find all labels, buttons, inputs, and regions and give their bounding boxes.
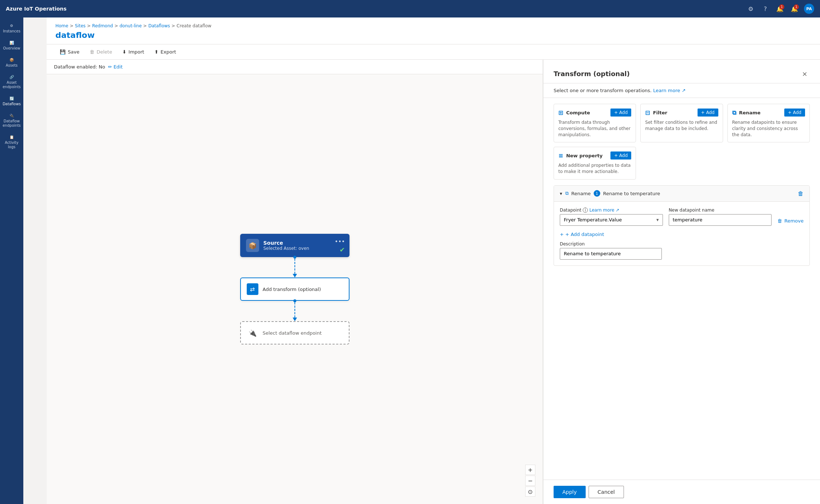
apply-button[interactable]: Apply [554, 486, 586, 498]
sidebar-item-assets[interactable]: 📦 Assets [0, 54, 23, 71]
sidebar-label-asset-endpoints: Asset endpoints [1, 80, 22, 89]
export-button[interactable]: ⬆ Export [150, 47, 180, 56]
dataflows-icon: 🔄 [9, 97, 14, 101]
filter-card-icon: ⊟ [645, 109, 650, 116]
canvas-nodes: 📦 Source Selected Asset: oven ••• ✔ [47, 74, 543, 504]
endpoint-node[interactable]: 🔌 Select dataflow endpoint [240, 321, 350, 344]
breadcrumb-current: Create dataflow [177, 23, 211, 28]
filter-card-label: Filter [653, 110, 667, 115]
overview-icon: 📊 [9, 41, 14, 45]
panel-learn-more-link[interactable]: Learn more ↗ [653, 88, 686, 93]
delete-icon: 🗑 [90, 49, 94, 55]
transform-node-icon: ⇄ [247, 283, 258, 295]
new-name-form-group: New datapoint name [669, 208, 772, 226]
datapoint-learn-more-link[interactable]: Learn more ↗ [589, 208, 619, 213]
compute-card: ⊞ Compute + Add Transform data through c… [554, 104, 636, 142]
source-node[interactable]: 📦 Source Selected Asset: oven ••• ✔ [240, 234, 350, 257]
rename-card-icon: ⧉ [732, 109, 736, 116]
source-node-more[interactable]: ••• [335, 238, 345, 245]
new-property-card-icon: ≡ [558, 152, 563, 159]
arrow-1 [293, 257, 297, 277]
breadcrumb: Home > Sites > Redmond > donut-line > Da… [55, 23, 811, 28]
rename-section: ▾ ⧉ Rename 1 Rename to temperature 🗑 Dat… [554, 185, 810, 266]
arrow-line-1 [294, 259, 295, 274]
sidebar-item-dataflow-endpoints[interactable]: 🔌 Dataflow endpoints [0, 110, 23, 131]
bell-icon[interactable]: 🔔1 [789, 4, 800, 14]
rename-delete-button[interactable]: 🗑 [798, 190, 804, 197]
arrow-head-2 [293, 318, 297, 321]
sidebar-label-dataflows: Dataflows [3, 102, 21, 106]
rename-section-title: Rename to temperature [603, 191, 660, 196]
new-property-add-button[interactable]: + Add [610, 151, 631, 160]
filter-card: ⊟ Filter + Add Set filter conditions to … [640, 104, 723, 142]
zoom-out-button[interactable]: − [525, 476, 535, 486]
settings-icon[interactable]: ⚙ [746, 4, 756, 14]
description-form-group: Description [560, 241, 804, 260]
breadcrumb-home[interactable]: Home [55, 23, 68, 28]
description-input[interactable] [560, 248, 662, 260]
rename-badge: 1 [594, 190, 600, 197]
sidebar-label-dataflow-endpoints: Dataflow endpoints [1, 119, 22, 128]
edit-icon: ✏ [108, 64, 112, 70]
compute-add-button[interactable]: + Add [610, 109, 631, 117]
import-button[interactable]: ⬇ Import [118, 47, 149, 56]
sidebar-item-dataflows[interactable]: 🔄 Dataflows [0, 93, 23, 110]
add-datapoint-link[interactable]: + + Add datapoint [560, 232, 804, 237]
panel-close-button[interactable]: × [800, 68, 810, 79]
endpoint-node-icon: 🔌 [247, 327, 258, 339]
source-node-text: Source Selected Asset: oven [263, 240, 309, 251]
filter-card-desc: Set filter conditions to refine and mana… [645, 119, 718, 132]
rename-add-button[interactable]: + Add [784, 109, 805, 117]
edit-link[interactable]: ✏ Edit [108, 64, 122, 70]
sidebar: 🏭 Sites ⚙ Instances 📊 Overview 📦 Assets … [0, 0, 23, 504]
enabled-label: Dataflow enabled: No [54, 64, 105, 70]
rename-card: ⧉ Rename + Add Rename datapoints to ensu… [727, 104, 810, 142]
delete-button[interactable]: 🗑 Delete [85, 47, 117, 56]
new-property-card-desc: Add additional properties to data to mak… [558, 162, 631, 175]
help-icon[interactable]: ? [760, 4, 770, 14]
datapoint-form-group: Datapoint i Learn more ↗ Fryer Temperatu… [560, 208, 663, 226]
fit-button[interactable]: ⊙ [525, 487, 535, 497]
save-button[interactable]: 💾 Save [55, 47, 84, 56]
sidebar-label-instances: Instances [3, 29, 20, 34]
remove-button[interactable]: 🗑 Remove [777, 218, 804, 226]
assets-icon: 📦 [9, 58, 14, 62]
panel-header: Transform (optional) × [543, 60, 820, 83]
user-avatar[interactable]: PA [804, 4, 814, 14]
enabled-bar: Dataflow enabled: No ✏ Edit [47, 60, 543, 74]
sidebar-label-assets: Assets [6, 63, 18, 68]
zoom-in-button[interactable]: + [525, 465, 535, 475]
breadcrumb-sites[interactable]: Sites [75, 23, 86, 28]
canvas-controls: + − ⊙ [525, 465, 535, 497]
compute-card-label: Compute [566, 110, 590, 115]
datapoint-select[interactable]: Fryer Temperature.Value ▾ [560, 214, 663, 226]
save-icon: 💾 [60, 49, 66, 55]
page-title: dataflow [55, 31, 811, 40]
rename-card-desc: Rename datapoints to ensure clarity and … [732, 119, 805, 138]
breadcrumb-dataflows[interactable]: Dataflows [148, 23, 170, 28]
sidebar-item-activity-logs[interactable]: 📋 Activity logs [0, 131, 23, 153]
arrow-head-1 [293, 274, 297, 277]
rename-section-header[interactable]: ▾ ⧉ Rename 1 Rename to temperature 🗑 [554, 186, 809, 202]
sidebar-item-instances[interactable]: ⚙ Instances [0, 20, 23, 37]
rename-section-icon: ⧉ [565, 190, 569, 196]
breadcrumb-redmond[interactable]: Redmond [92, 23, 113, 28]
sidebar-item-asset-endpoints[interactable]: 🔗 Asset endpoints [0, 71, 23, 93]
transform-node[interactable]: ⇄ Add transform (optional) [240, 277, 350, 301]
breadcrumb-donut-line[interactable]: donut-line [120, 23, 142, 28]
notification-icon[interactable]: 🔔1 [775, 4, 785, 14]
filter-add-button[interactable]: + Add [698, 109, 718, 117]
import-icon: ⬇ [122, 49, 126, 55]
cancel-button[interactable]: Cancel [589, 486, 624, 498]
datapoint-form-row: Datapoint i Learn more ↗ Fryer Temperatu… [560, 208, 804, 226]
sidebar-item-overview[interactable]: 📊 Overview [0, 37, 23, 54]
source-node-check: ✔ [339, 246, 345, 253]
datapoint-label: Datapoint i Learn more ↗ [560, 208, 663, 213]
app-title: Azure IoT Operations [6, 6, 743, 12]
datapoint-chevron-icon: ▾ [656, 217, 659, 223]
instances-icon: ⚙ [10, 24, 13, 28]
new-name-input[interactable] [669, 214, 772, 226]
page-header: Home > Sites > Redmond > donut-line > Da… [47, 17, 820, 44]
new-property-card-label: New property [566, 153, 602, 158]
content-area: Dataflow enabled: No ✏ Edit 📦 Source Sel… [47, 60, 820, 504]
